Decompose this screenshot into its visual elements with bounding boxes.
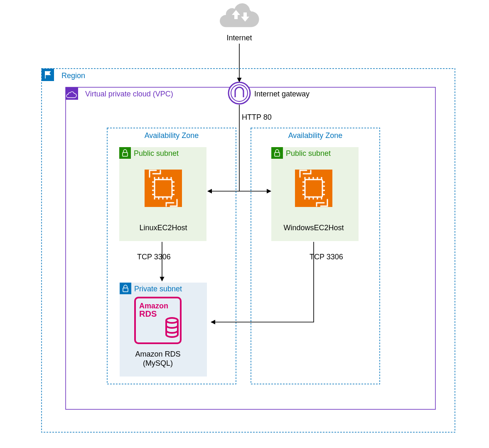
- internet-gateway-label: Internet gateway: [254, 90, 310, 98]
- svg-point-1: [229, 82, 250, 104]
- public-subnet-left-label: Public subnet: [134, 149, 179, 158]
- conn-tcp-right-label: TCP 3306: [310, 253, 343, 261]
- ec2-right-label: WindowsEC2Host: [283, 224, 344, 232]
- architecture-diagram: Internet Region Virtual private cloud (V…: [0, 0, 489, 448]
- az-left-label: Availability Zone: [145, 131, 199, 140]
- conn-tcp-right: [211, 242, 314, 322]
- rds-label-top: Amazon RDS: [135, 350, 180, 358]
- private-subnet-badge: [120, 283, 131, 294]
- vpc-label: Virtual private cloud (VPC): [85, 90, 173, 98]
- conn-tcp-left-label: TCP 3306: [137, 253, 171, 261]
- public-subnet-right-badge: [271, 147, 283, 159]
- private-subnet-label: Private subnet: [134, 285, 182, 293]
- internet-gateway-icon: [229, 82, 250, 104]
- ec2-right-icon: [295, 170, 332, 207]
- region-box: [42, 69, 455, 432]
- public-subnet-right-label: Public subnet: [286, 149, 331, 158]
- rds-label-bottom: (MySQL): [143, 359, 173, 367]
- ec2-left-label: LinuxEC2Host: [139, 224, 187, 232]
- conn-http-label: HTTP 80: [242, 113, 272, 121]
- internet-label: Internet: [226, 34, 252, 42]
- rds-logo-top: Amazon: [139, 302, 168, 310]
- public-subnet-left-badge: [119, 147, 131, 159]
- internet-icon: [220, 3, 259, 27]
- az-right-label: Availability Zone: [288, 131, 343, 140]
- rds-logo-bottom: RDS: [139, 309, 157, 318]
- region-label: Region: [61, 71, 85, 80]
- ec2-left-icon: [145, 170, 182, 207]
